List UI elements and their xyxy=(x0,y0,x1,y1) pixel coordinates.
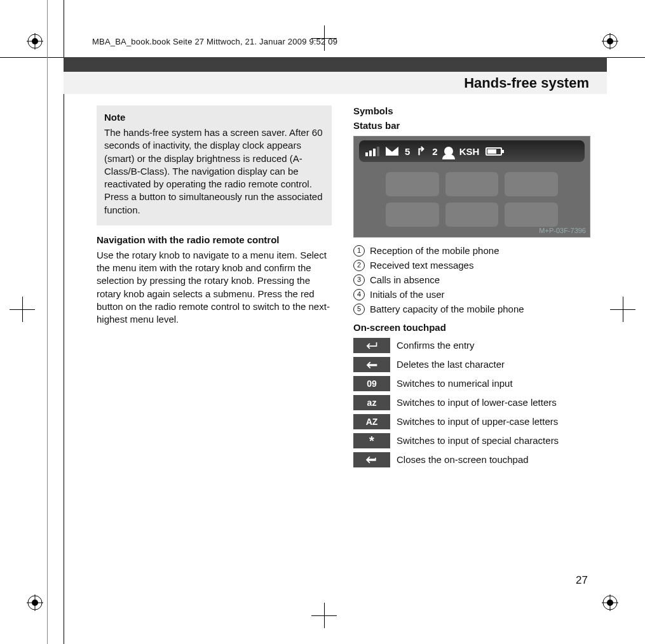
home-grid xyxy=(386,172,558,227)
legend-row: 2Received text messages xyxy=(353,258,590,272)
key-special: * xyxy=(353,433,390,448)
key-numeric: 09 xyxy=(353,376,390,391)
symbols-heading: Symbols xyxy=(353,105,590,116)
nav-body: Use the rotary knob to navigate to a men… xyxy=(97,249,332,326)
status-bar-heading: Status bar xyxy=(353,120,590,131)
legend-row: 5Battery capacity of the mobile phone xyxy=(353,302,590,316)
legend-marker: 1 xyxy=(353,245,365,257)
missed-call-icon: ↱ xyxy=(416,144,426,158)
crop-cross-icon xyxy=(311,603,337,628)
legend-text: Battery capacity of the mobile phone xyxy=(370,302,524,316)
legend-text: Reception of the mobile phone xyxy=(370,244,499,257)
registration-mark-icon xyxy=(27,33,43,50)
status-bar-figure: 5 ↱ 2 KSH M+P-03F-7396 xyxy=(353,136,590,238)
status-legend: 1Reception of the mobile phone 2Received… xyxy=(353,244,590,316)
registration-mark-icon xyxy=(27,594,43,611)
key-desc: Confirms the entry xyxy=(397,339,590,352)
legend-text: Calls in absence xyxy=(370,273,440,286)
gutter-line xyxy=(47,0,48,644)
nav-heading: Navigation with the radio remote control xyxy=(97,234,332,245)
battery-icon xyxy=(485,147,502,156)
framemaker-meta: MBA_BA_book.book Seite 27 Mittwoch, 21. … xyxy=(92,37,337,46)
note-heading: Note xyxy=(104,112,324,123)
registration-mark-icon xyxy=(602,33,618,50)
envelope-icon xyxy=(386,147,398,156)
signal-icon xyxy=(365,147,379,156)
crop-cross-icon xyxy=(10,297,35,322)
legend-text: Initials of the user xyxy=(370,288,445,301)
message-count: 5 xyxy=(405,146,410,157)
crop-cross-icon xyxy=(610,297,635,322)
key-enter-icon xyxy=(353,338,390,353)
key-desc: Switches to input of special characters xyxy=(397,434,590,447)
key-backspace-icon xyxy=(353,357,390,372)
section-header: Hands-free system xyxy=(64,57,607,94)
key-desc: Switches to input of upper-case letters xyxy=(397,415,590,428)
user-icon xyxy=(444,147,453,156)
legend-row: 4Initials of the user xyxy=(353,288,590,301)
legend-marker: 4 xyxy=(353,289,365,300)
touchpad-table: Confirms the entry Deletes the last char… xyxy=(353,338,590,467)
key-lowercase: az xyxy=(353,395,390,410)
note-body: The hands-free system has a screen saver… xyxy=(104,126,324,217)
legend-row: 1Reception of the mobile phone xyxy=(353,244,590,257)
page-number: 27 xyxy=(576,574,588,587)
key-desc: Switches to numerical input xyxy=(397,377,590,390)
key-uppercase: AZ xyxy=(353,414,390,429)
legend-marker: 2 xyxy=(353,260,365,271)
legend-text: Received text messages xyxy=(370,258,473,272)
page-content: Hands-free system Note The hands-free sy… xyxy=(64,57,607,606)
legend-marker: 5 xyxy=(353,304,365,315)
section-title: Hands-free system xyxy=(464,75,589,91)
figure-code: M+P-03F-7396 xyxy=(539,227,586,234)
legend-row: 3Calls in absence xyxy=(353,273,590,286)
missed-count: 2 xyxy=(432,146,437,157)
key-desc: Closes the on-screen touchpad xyxy=(397,453,590,466)
note-box: Note The hands-free system has a screen … xyxy=(97,105,332,225)
legend-marker: 3 xyxy=(353,274,365,286)
key-desc: Deletes the last character xyxy=(397,358,590,371)
key-desc: Switches to input of lower-case letters xyxy=(397,396,590,409)
user-initials: KSH xyxy=(459,146,480,157)
key-close-icon xyxy=(353,452,390,467)
touchpad-heading: On-screen touchpad xyxy=(353,322,590,333)
